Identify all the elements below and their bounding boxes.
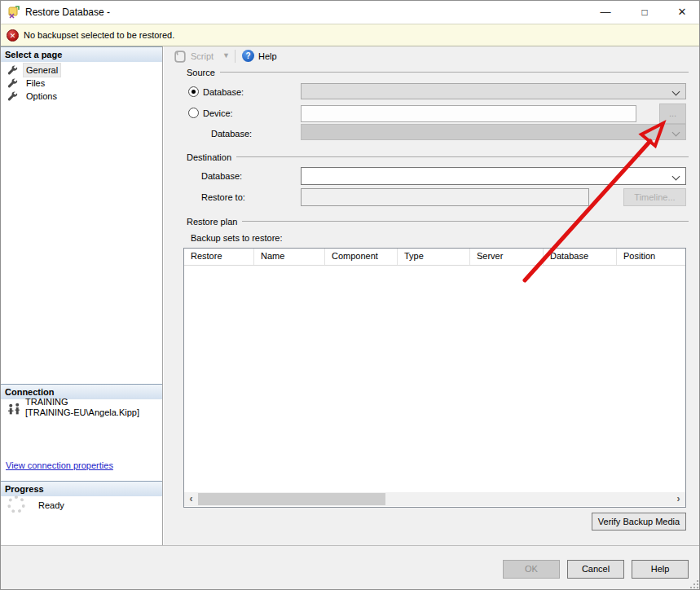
sidebar-item-label: Options: [24, 90, 59, 103]
column-header-component[interactable]: Component: [325, 249, 398, 265]
help-icon: ?: [242, 50, 254, 62]
restore-plan-group-label: Restore plan: [187, 217, 242, 227]
panel-toolbar: Script ▼ ? Help: [164, 46, 700, 66]
close-button[interactable]: ✕: [667, 1, 697, 24]
chevron-down-icon: [672, 173, 680, 181]
connection-user: [TRAINING-EU\Angela.Kipp]: [25, 407, 139, 417]
column-header-database[interactable]: Database: [544, 249, 617, 265]
cancel-button[interactable]: Cancel: [567, 560, 624, 579]
sidebar-item-general[interactable]: General: [1, 64, 162, 77]
timeline-button[interactable]: Timeline...: [623, 188, 686, 206]
destination-group-label: Destination: [187, 152, 236, 162]
destination-database-select[interactable]: [301, 167, 686, 185]
wrench-icon: [7, 91, 18, 102]
destination-database-label: Database:: [201, 171, 242, 181]
error-icon: ✕: [7, 29, 19, 42]
main-panel: Script ▼ ? Help Source Database: Device:…: [164, 46, 700, 545]
column-header-server[interactable]: Server: [470, 249, 544, 265]
maximize-button[interactable]: □: [630, 1, 659, 24]
verify-backup-media-button[interactable]: Verify Backup Media: [592, 513, 686, 531]
minimize-button[interactable]: —: [591, 1, 620, 24]
device-database-select[interactable]: [301, 124, 686, 140]
script-button[interactable]: Script: [191, 46, 214, 66]
chevron-down-icon[interactable]: ▼: [222, 46, 230, 64]
sidebar-item-files[interactable]: Files: [1, 77, 162, 90]
backup-sets-table: Restore Name Component Type Server Datab…: [183, 248, 686, 508]
connection-server: TRAINING: [25, 397, 68, 407]
sidebar-item-label: Files: [24, 77, 47, 90]
browse-device-button[interactable]: ...: [659, 103, 686, 124]
progress-spinner-icon: [7, 495, 25, 513]
ok-button[interactable]: OK: [503, 560, 560, 579]
title-bar: Restore Database - — □ ✕: [1, 1, 699, 24]
restore-to-label: Restore to:: [201, 192, 245, 202]
connection-users-icon: [7, 403, 21, 416]
wrench-icon: [7, 65, 18, 76]
source-database-radio[interactable]: [188, 86, 199, 97]
device-database-label: Database:: [211, 129, 252, 139]
sidebar-item-options[interactable]: Options: [1, 90, 162, 103]
sidebar: Select a page General Files Options Conn…: [1, 46, 163, 545]
warning-banner: ✕ No backupset selected to be restored.: [1, 24, 699, 46]
source-database-select[interactable]: [301, 83, 686, 99]
resize-grip[interactable]: [690, 580, 698, 588]
column-header-type[interactable]: Type: [398, 249, 470, 265]
help-button[interactable]: Help: [632, 560, 689, 579]
device-path-input[interactable]: [301, 105, 636, 122]
progress-header: Progress: [1, 481, 162, 496]
destination-group: Destination: [187, 152, 689, 162]
source-device-radio[interactable]: [188, 108, 199, 118]
source-database-radio-label: Database:: [203, 87, 244, 97]
warning-text: No backupset selected to be restored.: [24, 24, 174, 46]
source-group-label: Source: [187, 68, 220, 77]
restore-database-dialog: Restore Database - — □ ✕ ✕ No backupset …: [0, 0, 700, 590]
backup-sets-caption: Backup sets to restore:: [191, 233, 283, 243]
column-header-name[interactable]: Name: [254, 249, 325, 265]
scroll-left-icon[interactable]: ‹: [184, 492, 198, 506]
window-title: Restore Database -: [25, 1, 110, 24]
source-group: Source: [187, 67, 689, 77]
restore-to-input[interactable]: [301, 188, 589, 206]
column-header-position[interactable]: Position: [617, 249, 685, 265]
wrench-icon: [7, 78, 18, 89]
footer-bar: OK Cancel Help: [1, 545, 700, 590]
horizontal-scrollbar[interactable]: ‹ ›: [184, 492, 685, 506]
chevron-down-icon: [672, 88, 680, 96]
select-a-page-header: Select a page: [1, 46, 162, 62]
progress-status: Ready: [38, 500, 64, 510]
toolbar-separator: [235, 50, 236, 63]
source-device-radio-label: Device:: [203, 108, 233, 118]
view-connection-properties-link[interactable]: View connection properties: [6, 460, 113, 470]
scrollbar-thumb[interactable]: [198, 493, 385, 505]
sidebar-item-label: General: [24, 64, 60, 77]
column-header-restore[interactable]: Restore: [184, 249, 254, 265]
script-icon: [174, 50, 187, 64]
chevron-down-icon: [672, 129, 680, 137]
restore-database-icon: [7, 6, 20, 19]
toolbar-help-button[interactable]: Help: [258, 46, 277, 66]
scroll-right-icon[interactable]: ›: [671, 492, 685, 506]
table-header-row: Restore Name Component Type Server Datab…: [184, 249, 685, 266]
restore-plan-group: Restore plan: [187, 216, 689, 227]
